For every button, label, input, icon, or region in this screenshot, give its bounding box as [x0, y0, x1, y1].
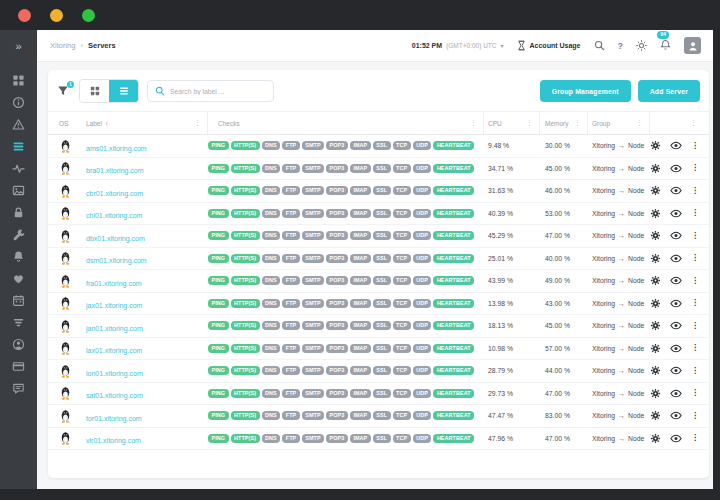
group-cell[interactable]: Xitoring → Node [588, 435, 650, 442]
column-header-cpu[interactable]: CPU ⋮ [484, 112, 540, 134]
view-eye-icon[interactable] [670, 389, 682, 398]
view-eye-icon[interactable] [670, 366, 682, 375]
row-menu-dots-icon[interactable]: ⋮ [691, 277, 699, 285]
settings-gear-icon[interactable] [650, 253, 661, 264]
group-cell[interactable]: Xitoring → Node [588, 300, 650, 307]
server-label-link[interactable]: tor01.xitoring.com [86, 415, 142, 422]
row-menu-dots-icon[interactable]: ⋮ [691, 389, 699, 397]
group-cell[interactable]: Xitoring → Node [588, 390, 650, 397]
sidebar-item-grid-icon[interactable] [8, 74, 30, 87]
settings-gear-icon[interactable] [650, 320, 661, 331]
group-cell[interactable]: Xitoring → Node [588, 322, 650, 329]
minimize-window-icon[interactable] [50, 9, 63, 22]
row-menu-dots-icon[interactable]: ⋮ [691, 232, 699, 240]
settings-gear-icon[interactable] [650, 343, 661, 354]
sidebar-item-pulse-icon[interactable] [8, 162, 30, 175]
row-menu-dots-icon[interactable]: ⋮ [691, 322, 699, 330]
sidebar-item-heart-icon[interactable] [8, 272, 30, 285]
server-label-link[interactable]: cbr01.xitoring.com [86, 190, 143, 197]
view-eye-icon[interactable] [670, 186, 682, 195]
column-menu-icon[interactable]: ⋮ [192, 119, 203, 127]
sidebar-item-user-icon[interactable] [8, 338, 30, 351]
view-eye-icon[interactable] [670, 434, 682, 443]
row-menu-dots-icon[interactable]: ⋮ [691, 299, 699, 307]
filter-funnel-icon[interactable]: 1 [57, 85, 69, 97]
server-label-link[interactable]: jax01.xitoring.com [86, 302, 142, 309]
view-eye-icon[interactable] [670, 164, 682, 173]
row-menu-dots-icon[interactable]: ⋮ [691, 164, 699, 172]
view-eye-icon[interactable] [670, 254, 682, 263]
view-eye-icon[interactable] [670, 321, 682, 330]
group-cell[interactable]: Xitoring → Node [588, 277, 650, 284]
sidebar-item-image-icon[interactable] [8, 184, 30, 197]
view-eye-icon[interactable] [670, 209, 682, 218]
group-cell[interactable]: Xitoring → Node [588, 165, 650, 172]
settings-gear-icon[interactable] [650, 230, 661, 241]
settings-gear-icon[interactable] [650, 433, 661, 444]
settings-gear-icon[interactable] [650, 185, 661, 196]
server-label-link[interactable]: bra01.xitoring.com [86, 167, 144, 174]
sidebar-item-calendar-icon[interactable] [8, 294, 30, 307]
settings-gear-icon[interactable] [650, 208, 661, 219]
server-label-link[interactable]: ams01.xitoring.com [86, 145, 147, 152]
server-label-link[interactable]: sat01.xitoring.com [86, 392, 143, 399]
sidebar-item-wrench-icon[interactable] [8, 228, 30, 241]
group-cell[interactable]: Xitoring → Node [588, 255, 650, 262]
settings-gear-icon[interactable] [650, 298, 661, 309]
group-cell[interactable]: Xitoring → Node [588, 232, 650, 239]
group-cell[interactable]: Xitoring → Node [588, 187, 650, 194]
breadcrumb-root[interactable]: Xitoring [50, 41, 75, 50]
timezone-selector[interactable]: 01:52 PM (GMT+0:00) UTC ▾ [412, 42, 504, 49]
search-input[interactable] [170, 88, 266, 95]
view-eye-icon[interactable] [670, 231, 682, 240]
column-menu-icon[interactable]: ⋮ [524, 119, 535, 127]
view-eye-icon[interactable] [670, 299, 682, 308]
settings-gear-icon[interactable] [650, 163, 661, 174]
view-eye-icon[interactable] [670, 344, 682, 353]
server-label-link[interactable]: lax01.xitoring.com [86, 347, 142, 354]
row-menu-dots-icon[interactable]: ⋮ [691, 367, 699, 375]
column-header-group[interactable]: Group ⋮ [588, 112, 650, 134]
settings-gear-icon[interactable] [650, 410, 661, 421]
sidebar-item-filter-lines-icon[interactable] [8, 316, 30, 329]
server-label-link[interactable]: dsm01.xitoring.com [86, 257, 147, 264]
sidebar-collapse-button[interactable]: » [0, 30, 37, 62]
view-eye-icon[interactable] [670, 411, 682, 420]
view-eye-icon[interactable] [670, 276, 682, 285]
theme-sun-icon[interactable] [636, 40, 647, 51]
search-icon[interactable] [594, 40, 605, 51]
sidebar-item-info-icon[interactable] [8, 96, 30, 109]
server-label-link[interactable]: vir01.xitoring.com [86, 437, 141, 444]
settings-gear-icon[interactable] [650, 365, 661, 376]
help-icon[interactable]: ? [618, 41, 624, 51]
group-cell[interactable]: Xitoring → Node [588, 345, 650, 352]
column-menu-icon[interactable]: ⋮ [572, 119, 583, 127]
group-management-button[interactable]: Group Management [540, 80, 631, 102]
row-menu-dots-icon[interactable]: ⋮ [691, 344, 699, 352]
row-menu-dots-icon[interactable]: ⋮ [691, 187, 699, 195]
row-menu-dots-icon[interactable]: ⋮ [691, 434, 699, 442]
row-menu-dots-icon[interactable]: ⋮ [691, 142, 699, 150]
sidebar-item-warning-icon[interactable] [8, 118, 30, 131]
sidebar-item-bell-icon[interactable] [8, 250, 30, 263]
view-eye-icon[interactable] [670, 141, 682, 150]
server-label-link[interactable]: fra01.xitoring.com [86, 280, 142, 287]
settings-gear-icon[interactable] [650, 275, 661, 286]
group-cell[interactable]: Xitoring → Node [588, 367, 650, 374]
account-usage-button[interactable]: Account Usage [517, 40, 581, 51]
group-cell[interactable]: Xitoring → Node [588, 142, 650, 149]
list-view-button[interactable] [109, 80, 138, 102]
sidebar-item-chat-icon[interactable] [8, 382, 30, 395]
sidebar-item-list-icon[interactable] [8, 140, 30, 153]
close-window-icon[interactable] [18, 9, 31, 22]
column-menu-icon[interactable]: ⋮ [688, 119, 699, 127]
grid-view-button[interactable] [80, 80, 109, 102]
group-cell[interactable]: Xitoring → Node [588, 412, 650, 419]
server-label-link[interactable]: jan01.xitoring.com [86, 325, 143, 332]
user-avatar[interactable] [684, 37, 701, 54]
column-header-label[interactable]: Label ↑ ⋮ [86, 112, 208, 134]
sidebar-item-lock-icon[interactable] [8, 206, 30, 219]
sidebar-item-card-icon[interactable] [8, 360, 30, 373]
server-label-link[interactable]: lon01.xitoring.com [86, 370, 143, 377]
server-label-link[interactable]: chi01.xitoring.com [86, 212, 142, 219]
